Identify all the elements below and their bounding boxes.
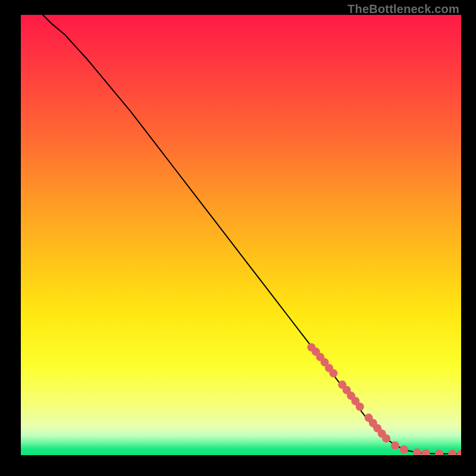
- data-marker: [400, 445, 408, 453]
- data-marker: [448, 450, 456, 455]
- chart-frame: TheBottleneck.com: [0, 0, 476, 476]
- plot-area: [21, 15, 461, 455]
- chart-overlay: [21, 15, 461, 455]
- data-marker: [329, 369, 337, 377]
- curve-line: [43, 15, 461, 454]
- watermark-text: TheBottleneck.com: [347, 2, 459, 16]
- data-marker: [413, 449, 421, 455]
- data-marker: [382, 434, 390, 443]
- data-marker: [435, 449, 443, 455]
- data-marker: [391, 441, 399, 450]
- data-marker: [356, 403, 364, 411]
- data-marker: [422, 449, 430, 455]
- data-marker: [457, 450, 461, 455]
